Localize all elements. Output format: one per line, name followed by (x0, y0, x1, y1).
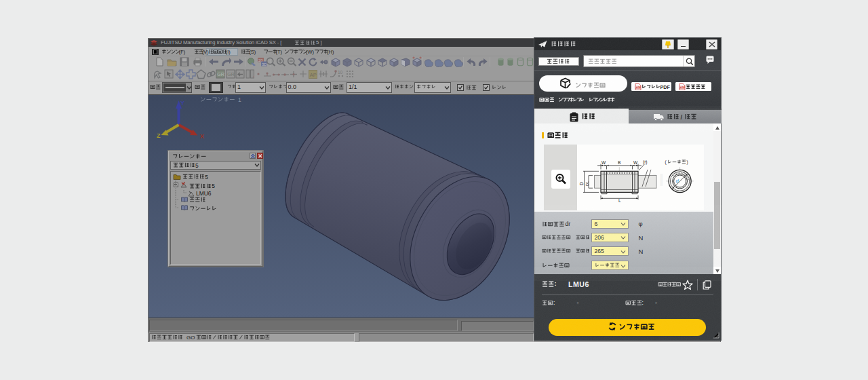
svg-text:PDF: PDF (679, 86, 684, 89)
svg-text:W: W (633, 159, 638, 164)
svg-text:(r): (r) (643, 159, 648, 165)
svg-text:D: D (579, 182, 584, 185)
svg-text:B: B (618, 159, 620, 164)
svg-text:L: L (618, 198, 621, 203)
svg-text:W: W (601, 159, 606, 164)
svg-text:D1: D1 (585, 181, 589, 186)
svg-text:PDF: PDF (635, 86, 640, 89)
